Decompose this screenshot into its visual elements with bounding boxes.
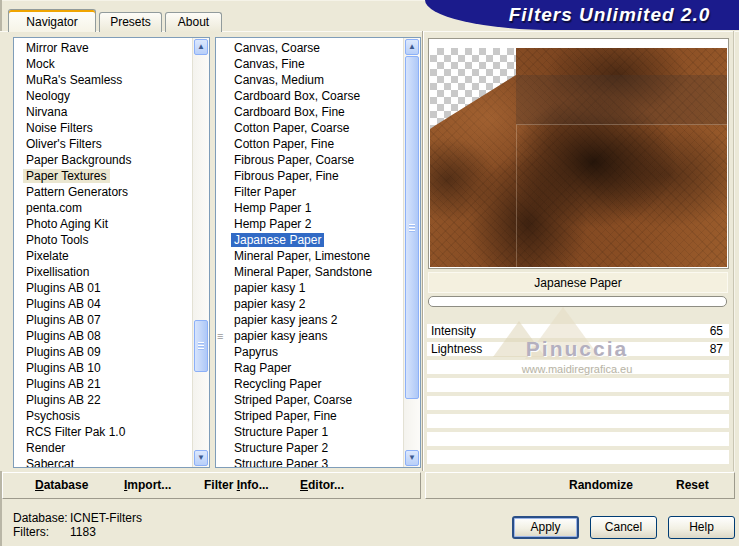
list-item[interactable]: Pattern Generators [14, 184, 192, 200]
list-item[interactable]: Plugins AB 07 [14, 312, 192, 328]
list-item[interactable]: Structure Paper 2 [216, 440, 403, 456]
apply-button[interactable]: Apply [512, 516, 579, 539]
list-item[interactable]: Striped Paper, Fine [216, 408, 403, 424]
preview-box[interactable] [428, 38, 729, 269]
list-item[interactable]: Papyrus [216, 344, 403, 360]
preview-panel: Japanese Paper Intensity65Lightness87 Pi… [425, 31, 739, 471]
list-item[interactable]: Plugins AB 10 [14, 360, 192, 376]
list-item[interactable]: Plugins AB 01 [14, 280, 192, 296]
preview-transparency-checkerboard [430, 48, 727, 267]
list-item[interactable]: Canvas, Fine [216, 56, 403, 72]
list-item[interactable]: Pixellisation [14, 264, 192, 280]
scroll-up-icon[interactable]: ▲ [194, 39, 208, 55]
tab-presets[interactable]: Presets [99, 12, 162, 32]
category-listbox[interactable]: Mirror RaveMockMuRa's SeamlessNeologyNir… [13, 37, 210, 468]
list-item[interactable]: RCS Filter Pak 1.0 [14, 424, 192, 440]
list-item[interactable]: papier kasy 2 [216, 296, 403, 312]
tab-about[interactable]: About [165, 12, 222, 32]
list-item[interactable]: Photo Tools [14, 232, 192, 248]
title-banner: Filters Unlimited 2.0 [425, 0, 739, 30]
list-item[interactable]: Mineral Paper, Limestone [216, 248, 403, 264]
list-item[interactable]: penta.com [14, 200, 192, 216]
empty-slider-row [427, 396, 729, 410]
list-item[interactable]: Recycling Paper [216, 376, 403, 392]
list-item[interactable]: Fibrous Paper, Fine [216, 168, 403, 184]
list-item[interactable]: Pixelate [14, 248, 192, 264]
list-item[interactable]: papier kasy jeans 2 [216, 312, 403, 328]
list-item[interactable]: papier kasy 1 [216, 280, 403, 296]
scroll-down-icon[interactable]: ▼ [405, 450, 419, 466]
list-item[interactable]: Plugins AB 21 [14, 376, 192, 392]
list-item[interactable]: Paper Textures [14, 168, 192, 184]
list-item[interactable]: Oliver's Filters [14, 136, 192, 152]
grip-icon: ≡ [217, 328, 223, 344]
tab-navigator[interactable]: Navigator [8, 9, 96, 32]
list-item[interactable]: ≡papier kasy jeans [216, 328, 403, 344]
list-item[interactable]: Cotton Paper, Coarse [216, 120, 403, 136]
list-item[interactable]: Rag Paper [216, 360, 403, 376]
toolbar-right: Randomize Reset [425, 472, 735, 499]
editor-button[interactable]: Editor... [300, 473, 344, 498]
list-item[interactable]: Sabercat [14, 456, 192, 467]
list-item[interactable]: Paper Backgrounds [14, 152, 192, 168]
list-item[interactable]: Structure Paper 3 [216, 456, 403, 467]
toolbar-left: Database Import... Filter Info... Editor… [2, 472, 421, 499]
scroll-up-icon[interactable]: ▲ [405, 39, 419, 55]
list-item[interactable]: Neology [14, 88, 192, 104]
thumb-grip-icon [198, 342, 204, 350]
list-item[interactable]: Canvas, Medium [216, 72, 403, 88]
status-database-value: ICNET-Filters [70, 511, 142, 525]
list-item[interactable]: Mineral Paper, Sandstone [216, 264, 403, 280]
list-item[interactable]: Mock [14, 56, 192, 72]
list-item[interactable]: Plugins AB 04 [14, 296, 192, 312]
randomize-button[interactable]: Randomize [569, 473, 633, 498]
list-item[interactable]: Psychosis [14, 408, 192, 424]
list-item[interactable]: Japanese Paper [216, 232, 403, 248]
list-item[interactable]: Canvas, Coarse [216, 40, 403, 56]
status-filters-value: 1183 [70, 525, 96, 539]
selected-filter-name: Japanese Paper [428, 272, 728, 293]
list-item[interactable]: Cardboard Box, Fine [216, 104, 403, 120]
list-item[interactable]: Plugins AB 08 [14, 328, 192, 344]
scroll-down-icon[interactable]: ▼ [194, 450, 208, 466]
list-item[interactable]: Cardboard Box, Coarse [216, 88, 403, 104]
category-scrollbar[interactable]: ▲ ▼ [192, 38, 209, 467]
list-item[interactable]: Cotton Paper, Fine [216, 136, 403, 152]
list-item[interactable]: Hemp Paper 2 [216, 216, 403, 232]
preview-texture-image [430, 48, 727, 267]
list-item[interactable]: Noise Filters [14, 120, 192, 136]
list-item[interactable]: Mirror Rave [14, 40, 192, 56]
filter-info-button[interactable]: Filter Info... [204, 473, 269, 498]
window-title: Filters Unlimited 2.0 [454, 4, 711, 26]
list-item[interactable]: Photo Aging Kit [14, 216, 192, 232]
panel-divider [422, 31, 424, 471]
thumb-grip-icon [409, 224, 415, 232]
scrollbar-thumb[interactable] [194, 320, 208, 372]
list-item[interactable]: Hemp Paper 1 [216, 200, 403, 216]
empty-slider-row [427, 414, 729, 428]
list-item[interactable]: Filter Paper [216, 184, 403, 200]
list-item[interactable]: Nirvana [14, 104, 192, 120]
list-item[interactable]: MuRa's Seamless [14, 72, 192, 88]
scrollbar-thumb[interactable] [405, 56, 419, 399]
list-item[interactable]: Plugins AB 22 [14, 392, 192, 408]
list-item[interactable]: Striped Paper, Coarse [216, 392, 403, 408]
texture-seam [516, 125, 517, 267]
reset-button[interactable]: Reset [676, 473, 709, 498]
empty-slider-row [427, 432, 729, 446]
param-label: Intensity [431, 324, 476, 338]
list-item[interactable]: Plugins AB 09 [14, 344, 192, 360]
status-filters-label: Filters: [13, 525, 49, 539]
list-item[interactable]: Render [14, 440, 192, 456]
progress-bar [428, 296, 727, 307]
list-item[interactable]: Fibrous Paper, Coarse [216, 152, 403, 168]
cancel-button[interactable]: Cancel [590, 516, 657, 539]
list-item[interactable]: Structure Paper 1 [216, 424, 403, 440]
filter-listbox[interactable]: Canvas, CoarseCanvas, FineCanvas, Medium… [215, 37, 421, 468]
param-value: 65 [710, 324, 723, 338]
status-database-label: Database: [13, 511, 68, 525]
help-button[interactable]: Help [668, 516, 735, 539]
filter-scrollbar[interactable]: ▲ ▼ [403, 38, 420, 467]
import-button[interactable]: Import... [124, 473, 171, 498]
database-button[interactable]: Database [35, 473, 88, 498]
